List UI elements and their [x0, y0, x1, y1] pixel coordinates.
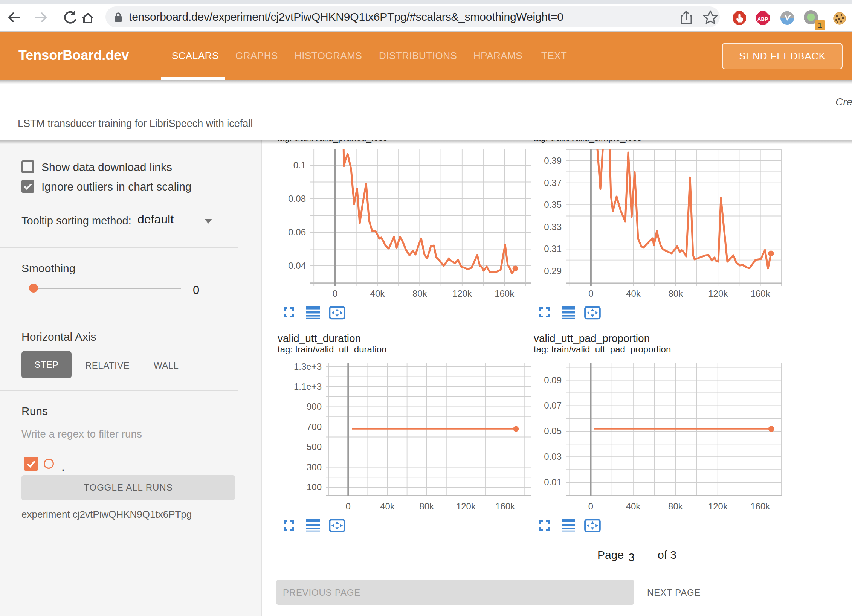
svg-text:0.37: 0.37 — [544, 178, 562, 188]
svg-text:160k: 160k — [495, 501, 515, 511]
svg-text:0: 0 — [588, 288, 593, 299]
svg-text:80k: 80k — [668, 501, 683, 511]
svg-text:0.06: 0.06 — [288, 227, 306, 237]
svg-text:160k: 160k — [751, 288, 771, 299]
svg-text:120k: 120k — [708, 288, 728, 299]
svg-text:0: 0 — [588, 501, 593, 511]
svg-text:0.04: 0.04 — [288, 261, 306, 271]
svg-text:valid_utt_pad_proportion: valid_utt_pad_proportion — [534, 332, 650, 344]
svg-text:40k: 40k — [370, 288, 385, 299]
svg-text:700: 700 — [307, 422, 322, 432]
svg-text:0.07: 0.07 — [544, 400, 562, 410]
svg-text:0.08: 0.08 — [288, 194, 306, 204]
svg-text:1: 1 — [818, 21, 822, 29]
svg-text:0.29: 0.29 — [544, 266, 562, 276]
svg-text:80k: 80k — [419, 501, 434, 511]
svg-text:40k: 40k — [380, 501, 395, 511]
svg-text:300: 300 — [307, 462, 322, 472]
svg-text:0: 0 — [333, 288, 337, 299]
svg-text:0.35: 0.35 — [544, 200, 562, 210]
svg-text:0.01: 0.01 — [544, 477, 562, 487]
svg-text:1.1e+3: 1.1e+3 — [294, 381, 322, 392]
svg-text:120k: 120k — [708, 501, 728, 511]
svg-text:0.05: 0.05 — [544, 426, 562, 436]
svg-text:120k: 120k — [456, 501, 476, 511]
svg-text:40k: 40k — [626, 288, 641, 299]
svg-text:0.31: 0.31 — [544, 244, 562, 254]
svg-text:0.33: 0.33 — [544, 222, 562, 232]
svg-text:160k: 160k — [495, 288, 515, 299]
svg-text:120k: 120k — [452, 288, 472, 299]
svg-text:tag: train/valid_utt_duration: tag: train/valid_utt_duration — [278, 344, 387, 354]
svg-text:valid_utt_duration: valid_utt_duration — [278, 332, 361, 344]
svg-text:0.1: 0.1 — [293, 160, 306, 170]
svg-text:160k: 160k — [750, 501, 770, 511]
svg-text:0.39: 0.39 — [544, 156, 562, 166]
svg-text:0.03: 0.03 — [544, 451, 562, 462]
svg-text:900: 900 — [307, 401, 322, 412]
svg-text:ABP: ABP — [757, 16, 768, 22]
svg-text:0: 0 — [346, 501, 351, 511]
svg-text:1.3e+3: 1.3e+3 — [294, 361, 322, 372]
svg-text:500: 500 — [307, 442, 322, 452]
svg-text:80k: 80k — [668, 288, 683, 299]
svg-text:100: 100 — [307, 482, 322, 492]
svg-text:0.09: 0.09 — [544, 375, 562, 385]
svg-text:80k: 80k — [412, 288, 428, 299]
svg-text:tag: train/valid_utt_pad_propo: tag: train/valid_utt_pad_proportion — [534, 344, 671, 354]
svg-text:40k: 40k — [626, 501, 641, 511]
